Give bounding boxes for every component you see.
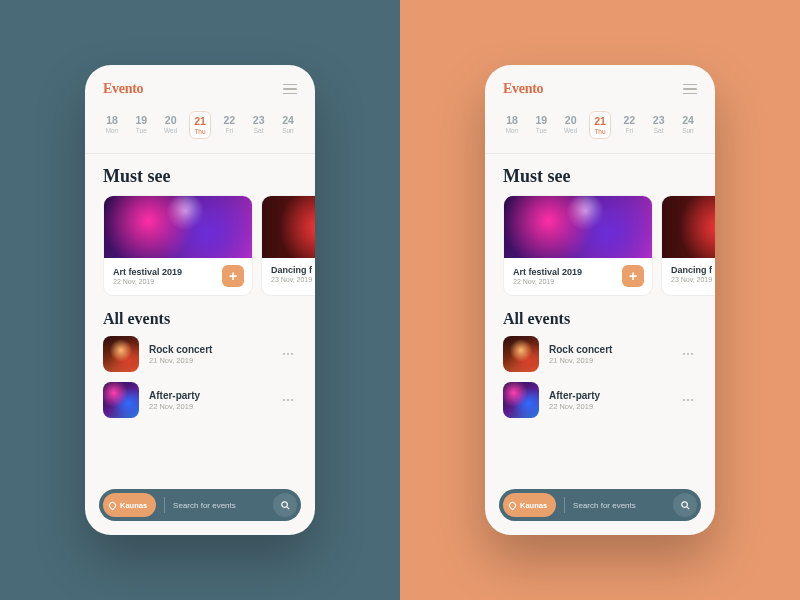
day-number: 20 (565, 114, 577, 126)
must-see-heading: Must see (85, 154, 315, 195)
list-item[interactable]: After-party 22 Nov, 2019 (503, 382, 697, 418)
calendar-day[interactable]: 19Tue (130, 111, 152, 139)
day-number: 20 (165, 114, 177, 126)
day-label: Wed (164, 127, 177, 134)
calendar-day[interactable]: 21Thu (189, 111, 211, 139)
day-number: 18 (106, 114, 118, 126)
event-thumbnail (503, 336, 539, 372)
events-list: Rock concert 21 Nov, 2019 After-party 22… (85, 336, 315, 418)
day-number: 21 (194, 115, 206, 127)
day-label: Tue (136, 127, 147, 134)
search-input[interactable]: Search for events (573, 501, 665, 510)
more-icon[interactable] (279, 395, 297, 405)
calendar-day[interactable]: 22Fri (218, 111, 240, 139)
event-thumbnail (103, 382, 139, 418)
svg-point-0 (281, 501, 287, 507)
event-date: 22 Nov, 2019 (113, 278, 182, 285)
menu-icon[interactable] (283, 84, 297, 95)
must-see-card[interactable]: Dancing f 23 Nov, 2019 (661, 195, 715, 296)
event-thumbnail (103, 336, 139, 372)
day-label: Mon (506, 127, 519, 134)
day-number: 19 (135, 114, 147, 126)
svg-line-3 (686, 506, 688, 508)
event-image (504, 196, 652, 258)
plus-icon: + (629, 269, 637, 283)
calendar-day[interactable]: 19Tue (530, 111, 552, 139)
event-image (662, 196, 715, 258)
all-events-heading: All events (485, 296, 715, 336)
event-title: Art festival 2019 (513, 267, 582, 277)
list-item[interactable]: Rock concert 21 Nov, 2019 (503, 336, 697, 372)
day-number: 18 (506, 114, 518, 126)
day-label: Sun (682, 127, 694, 134)
app-logo: Evento (503, 81, 543, 97)
location-chip[interactable]: Kaunas (503, 493, 556, 517)
must-see-carousel[interactable]: Art festival 2019 22 Nov, 2019 + Dancing… (85, 195, 315, 296)
day-label: Thu (594, 128, 605, 135)
location-chip[interactable]: Kaunas (103, 493, 156, 517)
day-label: Thu (194, 128, 205, 135)
event-title: Dancing f (671, 265, 712, 275)
location-label: Kaunas (520, 501, 547, 510)
event-date: 21 Nov, 2019 (149, 356, 212, 365)
list-item[interactable]: After-party 22 Nov, 2019 (103, 382, 297, 418)
more-icon[interactable] (679, 349, 697, 359)
app-header: Evento (485, 65, 715, 107)
menu-icon[interactable] (683, 84, 697, 95)
app-header: Evento (85, 65, 315, 107)
must-see-card[interactable]: Art festival 2019 22 Nov, 2019 + (503, 195, 653, 296)
layout-right-panel: Evento 18Mon19Tue20Wed21Thu22Fri23Sat24S… (400, 0, 800, 600)
location-label: Kaunas (120, 501, 147, 510)
day-number: 24 (282, 114, 294, 126)
day-number: 24 (682, 114, 694, 126)
event-date: 22 Nov, 2019 (149, 402, 200, 411)
calendar-day[interactable]: 21Thu (589, 111, 611, 139)
day-label: Wed (564, 127, 577, 134)
search-button[interactable] (273, 493, 297, 517)
day-number: 22 (623, 114, 635, 126)
search-input[interactable]: Search for events (173, 501, 265, 510)
search-icon (280, 500, 291, 511)
events-list: Rock concert 21 Nov, 2019 After-party 22… (485, 336, 715, 418)
calendar-day[interactable]: 24Sun (677, 111, 699, 139)
day-number: 19 (535, 114, 547, 126)
event-thumbnail (503, 382, 539, 418)
add-button[interactable]: + (622, 265, 644, 287)
must-see-card[interactable]: Art festival 2019 22 Nov, 2019 + (103, 195, 253, 296)
calendar-day[interactable]: 20Wed (160, 111, 182, 139)
calendar-day[interactable]: 20Wed (560, 111, 582, 139)
calendar-day[interactable]: 18Mon (501, 111, 523, 139)
layout-left-panel: Evento 18Mon19Tue20Wed21Thu22Fri23Sat24S… (0, 0, 400, 600)
calendar-day[interactable]: 18Mon (101, 111, 123, 139)
pin-icon (108, 500, 118, 510)
event-title: Rock concert (149, 344, 212, 355)
calendar-day[interactable]: 23Sat (648, 111, 670, 139)
add-button[interactable]: + (222, 265, 244, 287)
calendar-strip: 18Mon19Tue20Wed21Thu22Fri23Sat24Sun (85, 107, 315, 154)
all-events-heading: All events (85, 296, 315, 336)
day-label: Sun (282, 127, 294, 134)
must-see-carousel[interactable]: Art festival 2019 22 Nov, 2019 + Dancing… (485, 195, 715, 296)
event-image (104, 196, 252, 258)
must-see-card[interactable]: Dancing f 23 Nov, 2019 (261, 195, 315, 296)
event-date: 23 Nov, 2019 (271, 276, 312, 283)
calendar-day[interactable]: 24Sun (277, 111, 299, 139)
list-item[interactable]: Rock concert 21 Nov, 2019 (103, 336, 297, 372)
divider (564, 497, 565, 513)
svg-point-2 (681, 501, 687, 507)
more-icon[interactable] (679, 395, 697, 405)
app-logo: Evento (103, 81, 143, 97)
day-number: 22 (223, 114, 235, 126)
search-button[interactable] (673, 493, 697, 517)
search-bar: Kaunas Search for events (499, 489, 701, 521)
event-title: Art festival 2019 (113, 267, 182, 277)
calendar-day[interactable]: 23Sat (248, 111, 270, 139)
event-image (262, 196, 315, 258)
more-icon[interactable] (279, 349, 297, 359)
event-title: Rock concert (549, 344, 612, 355)
event-date: 23 Nov, 2019 (671, 276, 712, 283)
event-date: 21 Nov, 2019 (549, 356, 612, 365)
calendar-day[interactable]: 22Fri (618, 111, 640, 139)
day-label: Sat (254, 127, 264, 134)
svg-line-1 (286, 506, 288, 508)
